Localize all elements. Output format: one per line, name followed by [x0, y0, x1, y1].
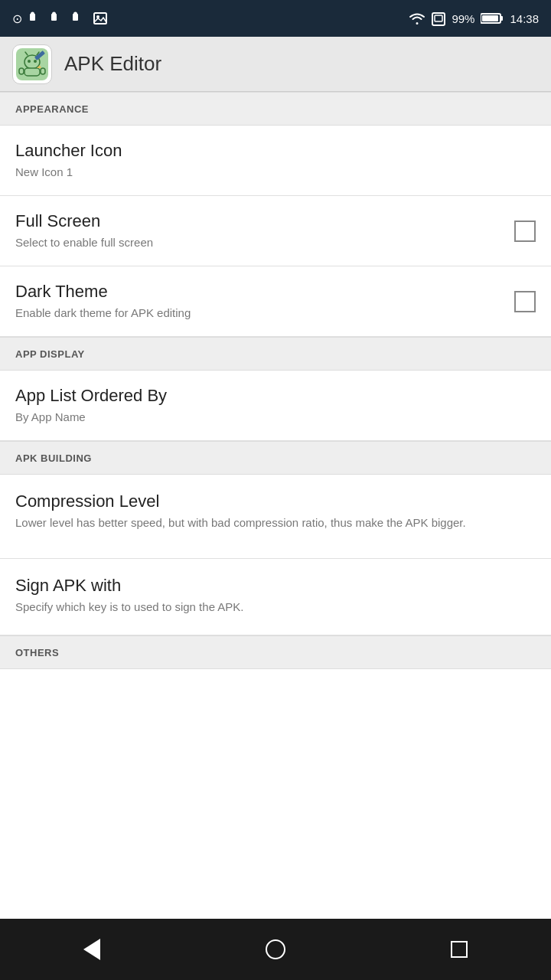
- section-appearance-label: APPEARANCE: [15, 103, 89, 115]
- app-bar: APK Editor: [0, 37, 551, 92]
- nav-home-button[interactable]: [253, 926, 298, 972]
- notif-icon-3: [71, 11, 86, 26]
- image-icon: [93, 11, 108, 26]
- wifi-icon: [409, 11, 425, 25]
- notif-icon-1: [28, 11, 44, 26]
- time-display: 14:38: [510, 12, 539, 25]
- settings-item-sign-apk[interactable]: Sign APK with Specify which key is to us…: [0, 559, 551, 635]
- section-others-header: OTHERS: [0, 635, 551, 669]
- nav-recent-button[interactable]: [436, 926, 482, 972]
- full-screen-text: Full Screen Select to enable full screen: [15, 211, 502, 250]
- svg-rect-12: [482, 15, 498, 21]
- section-apk-building-header: APK BUILDING: [0, 441, 551, 475]
- dark-theme-subtitle: Enable dark theme for APK editing: [15, 305, 502, 321]
- status-right-info: 99% 14:38: [409, 11, 539, 26]
- status-bar: ⊙ 99%: [0, 0, 551, 37]
- settings-content: APPEARANCE Launcher Icon New Icon 1 Full…: [0, 92, 551, 919]
- svg-point-5: [73, 12, 77, 16]
- section-appearance-header: APPEARANCE: [0, 92, 551, 126]
- section-app-display-header: APP DISPLAY: [0, 337, 551, 371]
- cbs-icon: ⊙: [12, 11, 22, 26]
- svg-rect-11: [500, 16, 503, 21]
- battery-text: 99%: [452, 12, 474, 25]
- section-apk-building-label: APK BUILDING: [15, 452, 92, 464]
- nav-back-button[interactable]: [69, 926, 115, 972]
- sign-apk-title: Sign APK with: [15, 576, 536, 596]
- launcher-icon-subtitle: New Icon 1: [15, 164, 536, 180]
- svg-rect-6: [94, 13, 106, 24]
- settings-item-dark-theme[interactable]: Dark Theme Enable dark theme for APK edi…: [0, 266, 551, 337]
- battery-icon: [481, 12, 504, 24]
- recent-icon: [451, 941, 468, 958]
- dark-theme-text: Dark Theme Enable dark theme for APK edi…: [15, 282, 502, 321]
- settings-item-launcher-icon[interactable]: Launcher Icon New Icon 1: [0, 126, 551, 196]
- status-left-icons: ⊙: [12, 11, 108, 26]
- compression-level-title: Compression Level: [15, 492, 536, 511]
- launcher-icon-title: Launcher Icon: [15, 141, 536, 161]
- full-screen-subtitle: Select to enable full screen: [15, 234, 502, 250]
- app-title: APK Editor: [64, 52, 161, 76]
- app-list-ordered-subtitle: By App Name: [15, 409, 536, 425]
- svg-point-15: [28, 60, 31, 63]
- launcher-icon-text: Launcher Icon New Icon 1: [15, 141, 536, 180]
- dark-theme-title: Dark Theme: [15, 282, 502, 302]
- full-screen-checkbox[interactable]: [514, 220, 536, 242]
- section-app-display-label: APP DISPLAY: [15, 348, 85, 360]
- svg-rect-20: [19, 68, 24, 74]
- svg-rect-21: [41, 68, 45, 74]
- compression-level-text: Compression Level Lower level has better…: [15, 492, 536, 531]
- svg-point-1: [31, 12, 34, 16]
- compression-level-subtitle: Lower level has better speed, but with b…: [15, 514, 536, 531]
- full-screen-title: Full Screen: [15, 211, 502, 231]
- settings-item-compression-level[interactable]: Compression Level Lower level has better…: [0, 475, 551, 559]
- svg-point-16: [34, 60, 37, 63]
- navigation-bar: [0, 919, 551, 980]
- app-icon: [12, 44, 52, 84]
- home-icon: [266, 939, 285, 959]
- sign-apk-text: Sign APK with Specify which key is to us…: [15, 576, 536, 615]
- app-list-ordered-title: App List Ordered By: [15, 386, 536, 406]
- settings-item-full-screen[interactable]: Full Screen Select to enable full screen: [0, 196, 551, 266]
- svg-rect-9: [435, 15, 442, 21]
- back-icon: [83, 939, 100, 960]
- notif-icon-2: [50, 11, 65, 26]
- dark-theme-checkbox[interactable]: [514, 291, 536, 312]
- sign-apk-subtitle: Specify which key is to used to sign the…: [15, 599, 536, 615]
- settings-item-app-list-ordered[interactable]: App List Ordered By By App Name: [0, 371, 551, 441]
- section-others-label: OTHERS: [15, 647, 59, 658]
- app-list-ordered-text: App List Ordered By By App Name: [15, 386, 536, 425]
- sim-icon: [432, 11, 445, 26]
- svg-point-3: [52, 12, 56, 16]
- svg-rect-19: [24, 68, 40, 76]
